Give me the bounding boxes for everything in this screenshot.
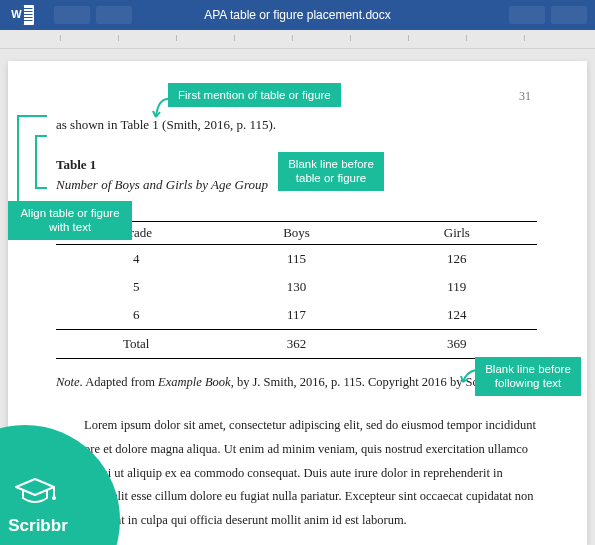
col-header: Girls (377, 222, 537, 245)
toolbar-button[interactable] (96, 6, 132, 24)
bracket-line-icon (17, 115, 47, 117)
svg-rect-2 (24, 11, 33, 12)
table-row: 4 115 126 (56, 245, 537, 274)
toolbar-button[interactable] (551, 6, 587, 24)
svg-text:W: W (11, 8, 22, 20)
callout-first-mention: First mention of table or figure (168, 83, 341, 107)
callout-blank-after: Blank line before following text (475, 357, 581, 396)
ruler (0, 30, 595, 49)
col-header: Boys (216, 222, 376, 245)
page-number: 31 (519, 89, 531, 104)
toolbar-button[interactable] (54, 6, 90, 24)
callout-blank-before: Blank line before table or figure (278, 152, 384, 191)
first-mention-text: as shown in Table 1 (Smith, 2016, p. 115… (56, 117, 537, 133)
word-icon: W (8, 2, 36, 28)
table-total-row: Total 362 369 (56, 330, 537, 359)
data-table: Grade Boys Girls 4 115 126 5 130 119 (56, 221, 537, 359)
svg-rect-3 (24, 14, 33, 15)
bracket-icon (35, 135, 47, 189)
page: 31 as shown in Table 1 (Smith, 2016, p. … (8, 61, 587, 545)
table-row: 6 117 124 (56, 301, 537, 330)
table-row: 5 130 119 (56, 273, 537, 301)
document-area[interactable]: 31 as shown in Table 1 (Smith, 2016, p. … (0, 49, 595, 545)
note-label: Note (56, 375, 80, 389)
callout-align: Align table or figure with text (8, 201, 132, 240)
body-paragraph: Lorem ipsum dolor sit amet, consectetur … (56, 414, 537, 533)
callout-pointer-icon (460, 368, 478, 386)
callout-pointer-icon (152, 97, 168, 121)
svg-rect-1 (24, 8, 33, 9)
bracket-line-icon (17, 115, 27, 201)
svg-rect-4 (24, 17, 33, 18)
toolbar-button[interactable] (509, 6, 545, 24)
svg-rect-5 (24, 20, 33, 21)
titlebar: W APA table or figure placement.docx (0, 0, 595, 30)
